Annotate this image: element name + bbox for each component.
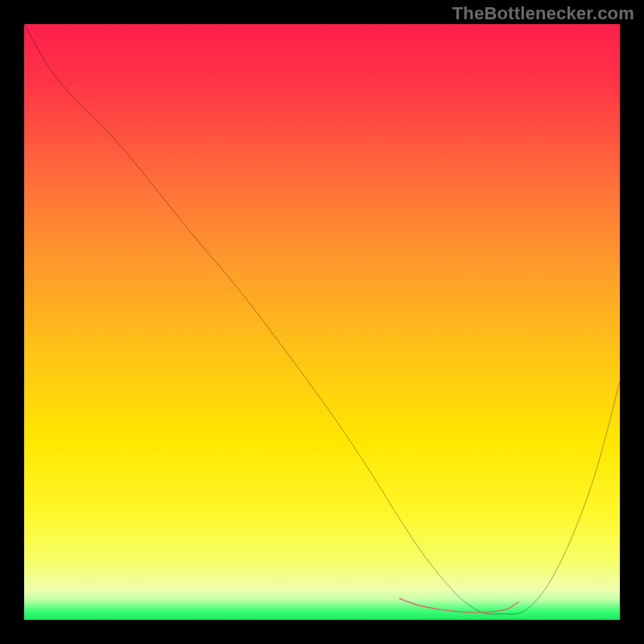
svg-rect-0 (24, 24, 620, 620)
plot-area (24, 24, 620, 620)
watermark-text: TheBottlenecker.com (452, 3, 634, 24)
background-gradient (24, 24, 620, 620)
chart-frame: TheBottlenecker.com (0, 0, 644, 644)
